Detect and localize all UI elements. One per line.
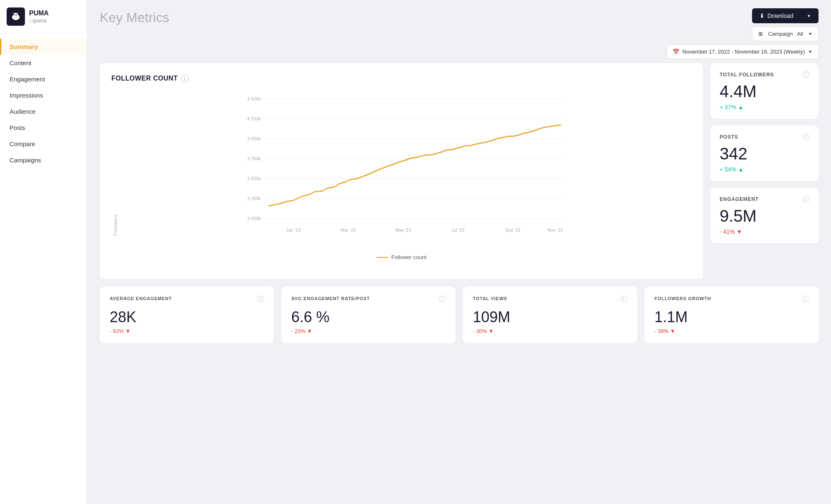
main-content: Key Metrics ⬇ Download ▼ ⊞ Campaign · Al… bbox=[87, 0, 831, 504]
metric-card-total-followers: TOTAL FOLLOWERS i4.4M+ 37% ▲ bbox=[711, 63, 819, 119]
chart-svg: 4 500k 4 250k 4 000k 3 750k 3 500k 3 250… bbox=[120, 91, 691, 240]
svg-text:Jan '23: Jan '23 bbox=[286, 228, 300, 232]
metric-value-engagement: 9.5M bbox=[720, 207, 809, 225]
sidebar-item-summary[interactable]: Summary bbox=[0, 39, 87, 55]
main-nav: SummaryContentEngagementImpressionsAudie… bbox=[0, 34, 87, 504]
svg-text:Mar '23: Mar '23 bbox=[341, 228, 356, 232]
svg-marker-2 bbox=[13, 12, 15, 14]
date-range-label: November 17, 2022 - November 16, 2023 (W… bbox=[683, 49, 805, 55]
bottom-value-followers-growth: 1.1M bbox=[654, 309, 809, 325]
download-label: Download bbox=[767, 12, 793, 19]
date-filter-button[interactable]: 📅 November 17, 2022 - November 16, 2023 … bbox=[666, 44, 819, 59]
bottom-label-avg-engagement: AVERAGE ENGAGEMENT i bbox=[110, 296, 264, 302]
page-header: Key Metrics ⬇ Download ▼ ⊞ Campaign · Al… bbox=[87, 0, 831, 63]
chart-title: FOLLOWER COUNT i bbox=[111, 75, 691, 82]
header-controls: ⬇ Download ▼ ⊞ Campaign · All ▼ 📅 Novemb… bbox=[666, 8, 819, 59]
svg-text:3 750k: 3 750k bbox=[247, 156, 261, 161]
legend-line-icon bbox=[376, 257, 388, 258]
svg-text:4 250k: 4 250k bbox=[247, 116, 261, 121]
svg-text:3 250k: 3 250k bbox=[247, 196, 261, 201]
sidebar-item-compare[interactable]: Compare bbox=[0, 136, 87, 152]
bottom-change-avg-engagement: - 62% ▼ bbox=[110, 328, 264, 334]
metric-card-engagement: ENGAGEMENT i9.5M- 41% ▼ bbox=[711, 188, 819, 243]
svg-text:4 000k: 4 000k bbox=[247, 136, 261, 141]
download-dropdown-arrow: ▼ bbox=[807, 14, 811, 18]
campaign-dropdown-arrow: ▼ bbox=[808, 32, 812, 36]
sidebar-item-label-impressions: Impressions bbox=[10, 92, 43, 99]
brand-handle: ♪ /puma bbox=[29, 18, 49, 24]
metric-card-posts: POSTS i342+ 54% ▲ bbox=[711, 125, 819, 181]
sidebar-item-impressions[interactable]: Impressions bbox=[0, 87, 87, 103]
metric-change-engagement: - 41% ▼ bbox=[720, 228, 809, 235]
metric-value-posts: 342 bbox=[720, 144, 809, 163]
change-arrow-posts: ▲ bbox=[738, 166, 744, 173]
sidebar-item-campaigns[interactable]: Campaigns bbox=[0, 152, 87, 168]
brand-logo: PUMA ♪ /puma bbox=[0, 0, 87, 34]
bottom-label-total-views: TOTAL VIEWS i bbox=[473, 296, 627, 302]
sidebar-item-label-engagement: Engagement bbox=[10, 76, 45, 83]
bottom-info-icon-followers-growth[interactable]: i bbox=[802, 296, 809, 302]
svg-text:Sep '23: Sep '23 bbox=[505, 228, 521, 232]
metric-change-total-followers: + 37% ▲ bbox=[720, 104, 809, 110]
metric-label-posts: POSTS i bbox=[720, 134, 809, 140]
top-row: FOLLOWER COUNT i Followers bbox=[100, 63, 819, 279]
chart-info-icon[interactable]: i bbox=[181, 75, 189, 82]
sidebar-item-posts[interactable]: Posts bbox=[0, 120, 87, 136]
sidebar-item-label-summary: Summary bbox=[10, 43, 38, 50]
metric-info-icon-posts[interactable]: i bbox=[803, 134, 809, 140]
campaign-icon: ⊞ bbox=[758, 31, 763, 37]
bottom-cards-row: AVERAGE ENGAGEMENT i28K- 62% ▼AVG ENGAGE… bbox=[100, 286, 819, 343]
bottom-card-followers-growth: FOLLOWERS GROWTH i1.1M- 38% ▼ bbox=[644, 286, 819, 343]
svg-text:4 500k: 4 500k bbox=[247, 96, 261, 101]
brand-name: PUMA bbox=[29, 10, 49, 17]
download-button[interactable]: ⬇ Download ▼ bbox=[752, 8, 819, 23]
svg-text:Jul '23: Jul '23 bbox=[451, 228, 464, 232]
sidebar-item-audience[interactable]: Audience bbox=[0, 103, 87, 120]
dashboard-content: FOLLOWER COUNT i Followers bbox=[87, 63, 831, 504]
metric-value-total-followers: 4.4M bbox=[720, 82, 809, 100]
calendar-icon: 📅 bbox=[673, 49, 679, 55]
svg-point-5 bbox=[16, 15, 17, 15]
svg-marker-3 bbox=[17, 12, 19, 14]
bottom-label-avg-engagement-rate: AVG ENGAGEMENT RATE/POST i bbox=[291, 296, 445, 302]
date-dropdown-arrow: ▼ bbox=[808, 49, 812, 54]
bottom-arrow-followers-growth: ▼ bbox=[670, 328, 676, 334]
bottom-info-icon-avg-engagement-rate[interactable]: i bbox=[439, 296, 445, 302]
metrics-sidebar: TOTAL FOLLOWERS i4.4M+ 37% ▲POSTS i342+ … bbox=[711, 63, 819, 243]
bottom-value-avg-engagement-rate: 6.6 % bbox=[291, 309, 445, 325]
bottom-info-icon-avg-engagement[interactable]: i bbox=[257, 296, 264, 302]
sidebar-item-label-posts: Posts bbox=[10, 124, 25, 131]
campaign-filter-button[interactable]: ⊞ Campaign · All ▼ bbox=[752, 27, 819, 41]
metric-change-posts: + 54% ▲ bbox=[720, 166, 809, 173]
sidebar-item-label-compare: Compare bbox=[10, 140, 35, 147]
bottom-label-followers-growth: FOLLOWERS GROWTH i bbox=[654, 296, 809, 302]
metric-label-total-followers: TOTAL FOLLOWERS i bbox=[720, 71, 809, 78]
chart-area: Followers 4 500k 4 250k 4 bbox=[111, 91, 691, 248]
bottom-change-total-views: - 30% ▼ bbox=[473, 328, 627, 334]
bottom-change-avg-engagement-rate: - 23% ▼ bbox=[291, 328, 445, 334]
metric-label-engagement: ENGAGEMENT i bbox=[720, 196, 809, 203]
metric-info-icon-engagement[interactable]: i bbox=[803, 196, 809, 203]
metric-info-icon-total-followers[interactable]: i bbox=[803, 71, 809, 78]
y-axis-label: Followers bbox=[113, 91, 118, 236]
page-title: Key Metrics bbox=[100, 10, 169, 25]
bottom-arrow-total-views: ▼ bbox=[489, 328, 494, 334]
svg-text:3 500k: 3 500k bbox=[247, 176, 261, 181]
sidebar-item-engagement[interactable]: Engagement bbox=[0, 71, 87, 87]
sidebar-item-label-campaigns: Campaigns bbox=[10, 157, 41, 164]
campaign-label: Campaign · All bbox=[768, 31, 803, 37]
change-arrow-total-followers: ▲ bbox=[738, 104, 744, 110]
sidebar-item-content[interactable]: Content bbox=[0, 55, 87, 71]
sidebar-item-label-content: Content bbox=[10, 59, 32, 66]
change-arrow-engagement: ▼ bbox=[737, 228, 742, 235]
svg-point-4 bbox=[15, 15, 15, 15]
bottom-card-avg-engagement-rate: AVG ENGAGEMENT RATE/POST i6.6 %- 23% ▼ bbox=[281, 286, 455, 343]
bottom-change-followers-growth: - 38% ▼ bbox=[654, 328, 809, 334]
tiktok-icon: ♪ bbox=[29, 18, 31, 23]
follower-count-chart-card: FOLLOWER COUNT i Followers bbox=[100, 63, 703, 279]
download-icon: ⬇ bbox=[760, 12, 765, 19]
chart-legend-label: Follower count bbox=[391, 254, 427, 260]
bottom-card-total-views: TOTAL VIEWS i109M- 30% ▼ bbox=[463, 286, 637, 343]
svg-text:May '23: May '23 bbox=[395, 228, 411, 232]
bottom-info-icon-total-views[interactable]: i bbox=[620, 296, 627, 302]
